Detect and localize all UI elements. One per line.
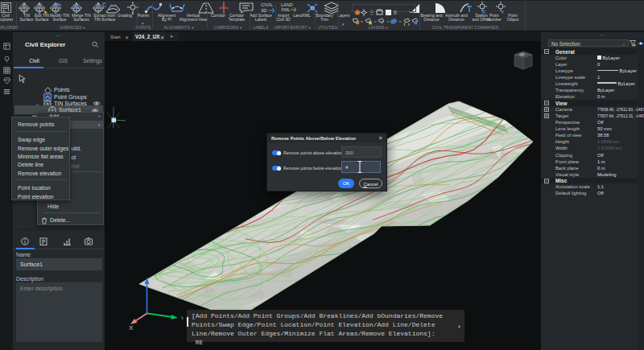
svg-text:Y: Y: [180, 315, 184, 322]
svg-text:3D: 3D: [261, 8, 267, 13]
svg-text:XML: XML: [281, 7, 290, 12]
svg-text:CIVIL: CIVIL: [261, 2, 274, 7]
svg-text:X: X: [129, 324, 134, 330]
svg-text:#: #: [482, 9, 485, 14]
